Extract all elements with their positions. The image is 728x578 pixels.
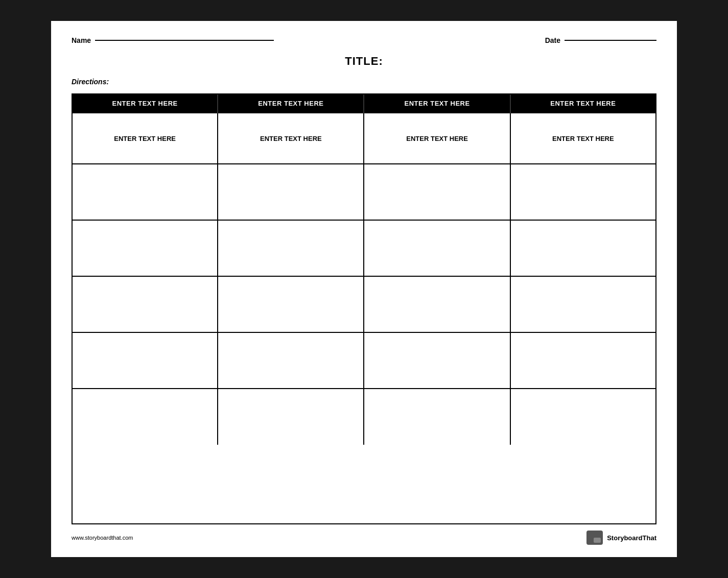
col-header-4: ENTER TEXT HERE xyxy=(510,94,655,113)
cell-6-2 xyxy=(218,389,364,445)
date-field: Date xyxy=(545,36,656,44)
cell-6-1 xyxy=(73,389,218,445)
directions-label: Directions: xyxy=(72,78,109,86)
cell-3-2 xyxy=(218,220,364,276)
header-section: Name Date xyxy=(72,36,656,44)
table-row: ENTER TEXT HERE ENTER TEXT HERE ENTER TE… xyxy=(73,113,655,164)
directions-section: Directions: xyxy=(72,77,656,86)
cell-1-3: ENTER TEXT HERE xyxy=(364,113,510,164)
cell-3-4 xyxy=(510,220,655,276)
cell-1-4: ENTER TEXT HERE xyxy=(510,113,655,164)
table-header-row: ENTER TEXT HERE ENTER TEXT HERE ENTER TE… xyxy=(73,94,655,113)
table-row xyxy=(73,164,655,220)
name-line xyxy=(95,40,274,41)
page-title: TITLE: xyxy=(345,55,383,67)
col-header-1: ENTER TEXT HERE xyxy=(73,94,218,113)
cell-2-2 xyxy=(218,164,364,220)
cell-5-4 xyxy=(510,332,655,389)
storyboard-icon xyxy=(586,531,603,545)
cell-2-1 xyxy=(73,164,218,220)
cell-6-4 xyxy=(510,389,655,445)
cell-3-3 xyxy=(364,220,510,276)
cell-4-3 xyxy=(364,276,510,332)
table-row xyxy=(73,332,655,389)
table-row xyxy=(73,276,655,332)
cell-1-1: ENTER TEXT HERE xyxy=(73,113,218,164)
cell-4-4 xyxy=(510,276,655,332)
cell-1-2: ENTER TEXT HERE xyxy=(218,113,364,164)
table-row xyxy=(73,389,655,445)
cell-4-2 xyxy=(218,276,364,332)
brand-name: StoryboardThat xyxy=(607,534,656,542)
name-label: Name xyxy=(72,36,91,44)
brand-bold: That xyxy=(643,534,656,542)
title-section: TITLE: xyxy=(72,55,656,68)
col-header-2: ENTER TEXT HERE xyxy=(218,94,364,113)
cell-5-2 xyxy=(218,332,364,389)
table-row xyxy=(73,220,655,276)
cell-2-3 xyxy=(364,164,510,220)
worksheet-page: Name Date TITLE: Directions: ENTER TEXT … xyxy=(51,21,677,557)
cell-4-1 xyxy=(73,276,218,332)
brand-text: Storyboard xyxy=(607,534,642,542)
col-header-3: ENTER TEXT HERE xyxy=(364,94,510,113)
footer-section: www.storyboardthat.com StoryboardThat xyxy=(72,531,656,547)
cell-5-1 xyxy=(73,332,218,389)
main-table-container: ENTER TEXT HERE ENTER TEXT HERE ENTER TE… xyxy=(72,93,656,524)
name-field: Name xyxy=(72,36,274,44)
footer-url: www.storyboardthat.com xyxy=(72,535,133,541)
cell-2-4 xyxy=(510,164,655,220)
main-table: ENTER TEXT HERE ENTER TEXT HERE ENTER TE… xyxy=(73,94,655,445)
cell-6-3 xyxy=(364,389,510,445)
footer-brand: StoryboardThat xyxy=(586,531,656,545)
cell-3-1 xyxy=(73,220,218,276)
date-label: Date xyxy=(545,36,560,44)
cell-5-3 xyxy=(364,332,510,389)
date-line xyxy=(565,40,656,41)
